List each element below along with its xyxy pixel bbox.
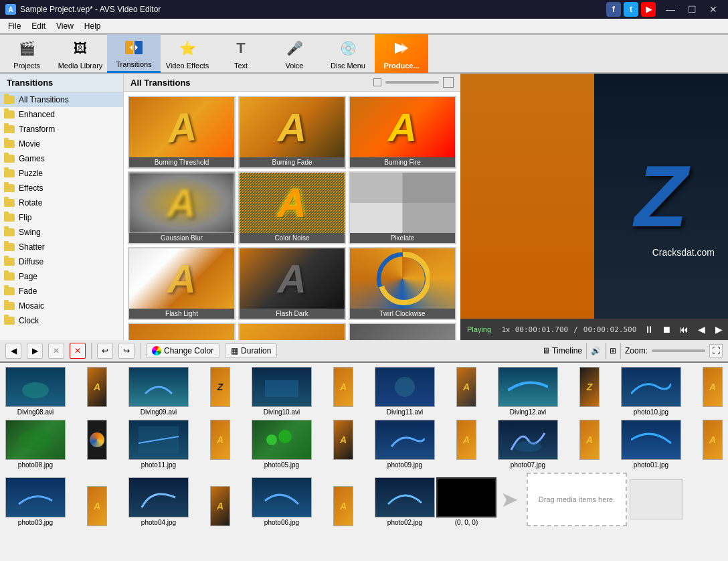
list-item[interactable]: photo03.jpg (5, 477, 66, 526)
transition-twirl-clockwise[interactable]: Twirl Clockwise (349, 247, 456, 320)
toolbar-produce[interactable]: Produce... (375, 34, 428, 73)
list-item[interactable]: photo09.jpg (375, 420, 435, 469)
list-item[interactable]: A (190, 420, 250, 460)
list-item[interactable]: A (436, 367, 496, 407)
toolbar-media-library[interactable]: 🖼 Media Library (54, 34, 107, 73)
sidebar-item-diffuse[interactable]: Diffuse (0, 254, 123, 269)
sidebar-item-movie[interactable]: Movie (0, 137, 123, 151)
layout-icon[interactable]: ⊞ (610, 346, 616, 355)
sidebar-item-enhanced[interactable]: Enhanced (0, 107, 123, 122)
toolbar-voice[interactable]: 🎤 Voice (268, 34, 321, 73)
youtube-icon[interactable]: ▶ (641, 2, 656, 17)
list-item[interactable]: Diving11.avi (375, 367, 435, 416)
list-item[interactable]: A (190, 486, 250, 526)
transition-gaussian-blur[interactable]: A Gaussian Blur (128, 171, 236, 244)
toolbar-video-effects[interactable]: ⭐ Video Effects (161, 34, 214, 73)
toolbar-projects[interactable]: 🎬 Projects (0, 34, 54, 73)
list-item[interactable]: Diving10.avi (252, 367, 312, 416)
sidebar-item-fade[interactable]: Fade (0, 284, 123, 299)
sidebar-item-puzzle[interactable]: Puzzle (0, 166, 123, 181)
red-close-button[interactable]: ✕ (70, 343, 86, 359)
close-button[interactable]: ✕ (704, 3, 723, 16)
zoom-slider[interactable] (652, 349, 705, 352)
toolbar-disc-menu[interactable]: 💿 Disc Menu (321, 34, 375, 73)
list-item[interactable]: Z (190, 367, 250, 407)
stop-button[interactable]: ⏹ (659, 322, 674, 337)
list-item[interactable]: photo11.jpg (128, 420, 189, 469)
view-large-icon[interactable] (443, 77, 454, 88)
transition-flash-dark[interactable]: A Flash Dark (238, 247, 346, 320)
menu-help[interactable]: Help (79, 20, 106, 32)
volume-icon-2[interactable]: 🔊 (591, 346, 601, 355)
pause-button[interactable]: ⏸ (642, 322, 656, 337)
transition-row4-3[interactable] (349, 323, 456, 340)
menu-view[interactable]: View (51, 20, 79, 32)
list-item[interactable]: photo10.jpg (621, 367, 681, 416)
sidebar-item-mosaic[interactable]: Mosaic (0, 299, 123, 313)
nav-forward-button[interactable]: ▶ (27, 343, 43, 359)
size-slider[interactable] (385, 81, 439, 84)
minimize-button[interactable]: — (661, 3, 680, 16)
list-item[interactable]: A (682, 367, 728, 407)
sidebar-item-games[interactable]: Games (0, 151, 123, 166)
transition-flash-light[interactable]: A Flash Light (128, 247, 236, 320)
list-item[interactable]: A (313, 367, 373, 407)
list-item[interactable]: photo08.jpg (5, 420, 66, 469)
list-item[interactable]: A (559, 420, 620, 460)
twitter-icon[interactable]: t (624, 2, 638, 17)
sidebar-item-swing[interactable]: Swing (0, 225, 123, 240)
facebook-icon[interactable]: f (606, 2, 621, 17)
transition-pixelate[interactable]: Pixelate (349, 171, 456, 244)
view-toggle[interactable]: 🖥 Timeline (542, 346, 582, 355)
list-item[interactable]: photo02.jpg (375, 477, 435, 526)
list-item[interactable]: Diving09.avi (128, 367, 189, 416)
transition-burning-fire[interactable]: A Burning Fire (349, 96, 456, 169)
sidebar-item-shatter[interactable]: Shatter (0, 240, 123, 254)
sidebar-item-rotate[interactable]: Rotate (0, 195, 123, 210)
prev-frame-button[interactable]: ◀ (694, 322, 709, 337)
sidebar-item-page[interactable]: Page (0, 269, 123, 284)
transition-row4-1[interactable] (128, 323, 236, 340)
list-item[interactable]: Diving12.avi (498, 367, 558, 416)
transition-burning-threshold[interactable]: A Burning Threshold (128, 96, 236, 169)
transition-color-noise[interactable]: A Color Noise (238, 171, 346, 244)
nav-back-button[interactable]: ◀ (5, 343, 21, 359)
list-item[interactable]: A (682, 420, 728, 460)
sidebar-item-transform[interactable]: Transform (0, 122, 123, 137)
duration-button[interactable]: ▦ Duration (225, 343, 277, 358)
list-item[interactable]: Z (559, 367, 620, 407)
menu-edit[interactable]: Edit (26, 20, 51, 32)
list-item[interactable]: A (436, 420, 496, 460)
transition-row4-2[interactable] (238, 323, 346, 340)
toolbar-transitions[interactable]: Transitions (107, 34, 161, 73)
redo-button[interactable]: ↪ (118, 343, 134, 359)
sidebar-item-all-transitions[interactable]: All Transitions (0, 92, 123, 107)
close-button-2[interactable]: ✕ (48, 343, 64, 359)
list-item-black[interactable]: (0, 0, 0) (436, 477, 496, 526)
transition-burning-fade[interactable]: A Burning Fade (238, 96, 346, 169)
list-item[interactable]: A (67, 367, 127, 407)
list-item[interactable]: photo05.jpg (252, 420, 312, 469)
list-item[interactable]: photo07.jpg (498, 420, 558, 469)
toolbar-text[interactable]: T Text (214, 34, 268, 73)
list-item[interactable]: photo01.jpg (621, 420, 681, 469)
list-item[interactable]: A (313, 420, 373, 460)
undo-button[interactable]: ↩ (97, 343, 113, 359)
list-item[interactable]: photo04.jpg (128, 477, 189, 526)
list-item[interactable]: Diving08.avi (5, 367, 66, 416)
maximize-button[interactable]: ☐ (682, 3, 701, 16)
expand-button[interactable]: ⛶ (709, 344, 723, 357)
change-color-button[interactable]: Change Color (146, 343, 219, 358)
next-frame-button[interactable]: ▶ (711, 322, 726, 337)
rewind-button[interactable]: ⏮ (676, 322, 691, 337)
sidebar-item-clock[interactable]: Clock (0, 313, 123, 328)
menu-file[interactable]: File (3, 20, 26, 32)
list-item[interactable]: photo06.jpg (252, 477, 312, 526)
list-item[interactable]: A (67, 486, 127, 526)
drag-drop-zone[interactable]: Drag media items here. (527, 473, 627, 526)
sidebar-item-flip[interactable]: Flip (0, 210, 123, 225)
sidebar-item-effects[interactable]: Effects (0, 181, 123, 195)
list-item[interactable] (67, 420, 127, 460)
view-small-icon[interactable] (373, 78, 381, 86)
list-item[interactable]: A (313, 486, 373, 526)
